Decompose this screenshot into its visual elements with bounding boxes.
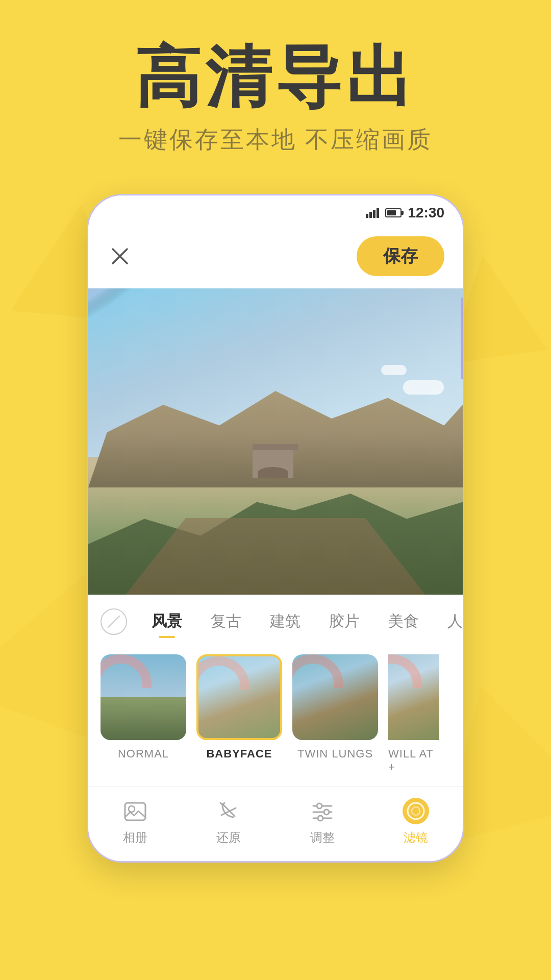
filter-thumb-twin-lungs bbox=[292, 654, 378, 740]
filter-thumb-normal bbox=[101, 654, 186, 740]
svg-rect-3 bbox=[125, 803, 145, 820]
nav-item-album[interactable]: 相册 bbox=[121, 797, 149, 846]
signal-bar-3 bbox=[373, 210, 375, 218]
building-roof bbox=[253, 444, 298, 450]
nav-item-adjust[interactable]: 调整 bbox=[308, 797, 337, 846]
building-arch bbox=[258, 467, 288, 478]
svg-point-6 bbox=[317, 803, 322, 808]
main-title: 高清导出 bbox=[0, 41, 551, 114]
filter-tab-portrait[interactable]: 人像 bbox=[433, 607, 463, 636]
adjust-icon bbox=[308, 797, 337, 825]
nav-label-filter: 滤镜 bbox=[404, 829, 428, 846]
no-filter-line bbox=[107, 615, 120, 628]
filter-item-normal[interactable]: NORMAL bbox=[101, 654, 186, 774]
signal-bar-2 bbox=[369, 212, 372, 218]
filter-tab-architecture[interactable]: 建筑 bbox=[256, 607, 315, 636]
close-button[interactable] bbox=[107, 243, 133, 270]
nav-label-restore: 还原 bbox=[216, 829, 241, 846]
svg-point-10 bbox=[318, 816, 323, 821]
filter-item-will-at[interactable]: WILL AT + bbox=[388, 654, 439, 774]
battery-fill bbox=[387, 210, 396, 215]
bottom-nav: 相册 还原 bbox=[88, 786, 463, 861]
filter-item-twin-lungs[interactable]: TWIN LUNGS bbox=[292, 654, 378, 774]
filter-label-babyface: BABYFACE bbox=[206, 747, 272, 761]
sub-title: 一键保存至本地 不压缩画质 bbox=[0, 124, 551, 156]
phone-mockup: 12:30 保存 bbox=[87, 194, 464, 863]
filter-tab-vintage[interactable]: 复古 bbox=[196, 607, 256, 636]
svg-point-8 bbox=[324, 810, 329, 815]
filter-tab-film[interactable]: 胶片 bbox=[315, 607, 374, 636]
nav-label-album: 相册 bbox=[123, 829, 147, 846]
signal-indicator bbox=[366, 208, 379, 218]
photo-preview bbox=[88, 288, 463, 595]
filter-section: 风景 复古 建筑 胶片 美食 人像 bbox=[88, 595, 463, 786]
filter-tab-landscape[interactable]: 风景 bbox=[137, 607, 196, 636]
filter-item-babyface[interactable]: BABYFACE bbox=[196, 654, 282, 774]
album-icon bbox=[121, 797, 149, 825]
signal-bar-1 bbox=[366, 214, 368, 218]
filter-thumb-babyface bbox=[196, 654, 282, 740]
nav-item-filter[interactable]: 滤镜 bbox=[402, 797, 430, 846]
building bbox=[253, 444, 298, 478]
cloud-2 bbox=[381, 365, 407, 375]
battery-indicator bbox=[385, 208, 402, 217]
nav-label-adjust: 调整 bbox=[310, 829, 335, 846]
filter-thumbnails: NORMAL BABYFACE TWIN LUNGS bbox=[88, 646, 463, 786]
nav-item-restore[interactable]: 还原 bbox=[214, 797, 243, 846]
cloud-1 bbox=[403, 380, 444, 395]
signal-bar-4 bbox=[377, 208, 379, 218]
header-bar: 保存 bbox=[88, 226, 463, 288]
filter-label-will-at: WILL AT + bbox=[388, 747, 439, 774]
building-body bbox=[253, 450, 293, 478]
status-time: 12:30 bbox=[408, 205, 444, 221]
svg-point-4 bbox=[129, 806, 135, 812]
save-button[interactable]: 保存 bbox=[357, 236, 444, 276]
filter-tab-food[interactable]: 美食 bbox=[374, 607, 433, 636]
filter-categories: 风景 复古 建筑 胶片 美食 人像 bbox=[88, 607, 463, 646]
filter-label-normal: NORMAL bbox=[118, 747, 169, 761]
no-filter-icon[interactable] bbox=[101, 608, 127, 635]
filter-thumb-will-at bbox=[388, 654, 439, 740]
filter-lens-icon bbox=[402, 797, 430, 825]
svg-point-11 bbox=[403, 798, 429, 824]
battery-icon bbox=[385, 208, 402, 217]
close-icon bbox=[111, 247, 129, 265]
filter-label-twin-lungs: TWIN LUNGS bbox=[297, 747, 373, 761]
restore-icon bbox=[214, 797, 243, 825]
status-bar: 12:30 bbox=[88, 195, 463, 226]
